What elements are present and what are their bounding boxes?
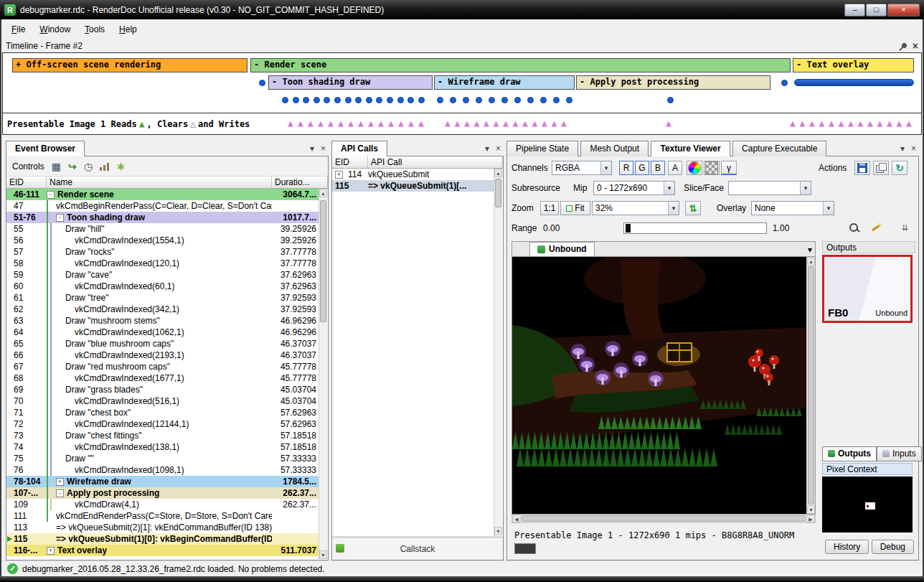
usage-marker-icon[interactable]: ▲: [445, 118, 451, 128]
column-eid[interactable]: EID: [332, 156, 368, 169]
event-row[interactable]: 76vkCmdDrawIndexed(1098,1)57.33333: [6, 464, 319, 476]
event-dot[interactable]: [376, 97, 382, 103]
usage-marker-icon[interactable]: ▲: [532, 118, 538, 128]
usage-marker-icon[interactable]: ▲: [484, 118, 489, 128]
zoom-1-1-button[interactable]: 1:1: [540, 201, 559, 215]
event-row[interactable]: 70vkCmdDrawIndexed(516,1)45.03704: [6, 395, 319, 407]
event-dot[interactable]: [293, 97, 299, 103]
event-dot[interactable]: [781, 80, 788, 86]
scroll-right-icon[interactable]: ▶: [806, 515, 815, 522]
panel-dropdown-icon[interactable]: ▾: [310, 144, 314, 154]
event-row[interactable]: 73Draw "chest fittings"57.18518: [6, 430, 319, 441]
event-row[interactable]: 46-111-Render scene3064.7...: [6, 189, 319, 200]
tab-outputs[interactable]: Outputs: [822, 446, 877, 461]
usage-marker-icon[interactable]: ▲: [858, 118, 864, 128]
maximize-button[interactable]: □: [866, 4, 887, 17]
scroll-up-icon[interactable]: ▲: [494, 169, 502, 177]
usage-marker-icon[interactable]: ▲: [378, 118, 384, 128]
usage-marker-icon[interactable]: ▲: [464, 118, 470, 128]
usage-marker-icon[interactable]: ▲: [848, 118, 854, 128]
event-dot[interactable]: [489, 97, 495, 103]
autofit-range-button[interactable]: [870, 222, 882, 236]
pixel-context-view[interactable]: [822, 477, 913, 532]
event-dot[interactable]: [314, 97, 320, 103]
usage-marker-icon[interactable]: ▲: [867, 118, 873, 128]
open-texture-button[interactable]: [873, 161, 889, 175]
panel-close-icon[interactable]: ×: [496, 144, 501, 154]
event-browser-scrollbar[interactable]: ▲ ▼: [319, 189, 327, 559]
slice-face-select[interactable]: ▾: [728, 181, 811, 195]
close-button[interactable]: ×: [887, 4, 920, 17]
api-call-row[interactable]: +114vkQueueSubmit: [332, 169, 494, 180]
usage-marker-icon[interactable]: ▲: [358, 118, 364, 128]
texture-list-dropdown-icon[interactable]: ▾: [808, 245, 812, 255]
expander-icon[interactable]: -: [56, 214, 64, 222]
expander-icon[interactable]: -: [47, 191, 55, 199]
event-row[interactable]: 58vkCmdDrawIndexed(120,1)37.77778: [6, 258, 319, 269]
event-dot-cluster[interactable]: [794, 79, 914, 86]
event-dot[interactable]: [407, 97, 414, 103]
expander-icon[interactable]: +: [56, 478, 64, 486]
usage-marker-icon[interactable]: ▲: [897, 118, 902, 128]
timeline-grid-icon[interactable]: ▦: [52, 161, 61, 172]
usage-marker-icon[interactable]: ▲: [829, 118, 834, 128]
api-calls-scrollbar[interactable]: ▲ ▼: [494, 169, 502, 535]
menu-window[interactable]: Window: [32, 22, 77, 37]
usage-marker-icon[interactable]: ▲: [348, 118, 354, 128]
usage-marker-icon[interactable]: ▲: [906, 118, 912, 128]
usage-marker-icon[interactable]: ▲: [800, 118, 806, 128]
event-row[interactable]: 66vkCmdDrawIndexed(2193,1)46.37037: [6, 349, 319, 361]
event-dot[interactable]: [345, 97, 352, 103]
event-dot[interactable]: [476, 97, 482, 103]
channels-select[interactable]: RGBA▾: [552, 161, 612, 175]
scroll-down-icon[interactable]: ▼: [319, 550, 327, 559]
event-row[interactable]: 55Draw "hill"39.25926: [6, 223, 319, 235]
range-black-point-handle[interactable]: [626, 224, 631, 233]
usage-marker-icon[interactable]: ▲: [887, 118, 892, 128]
channel-b-button[interactable]: B: [651, 161, 665, 175]
usage-marker-icon[interactable]: ▲: [408, 118, 414, 128]
tab-capture-executable[interactable]: Capture Executable: [732, 141, 826, 156]
toolbar-overflow-icon[interactable]: ⇊: [902, 223, 908, 233]
timeline-track[interactable]: + Off-screen scene rendering- Render sce…: [2, 52, 922, 113]
event-row[interactable]: 72vkCmdDrawIndexed(12144,1)57.62963: [6, 418, 319, 430]
expander-icon[interactable]: +: [335, 171, 343, 179]
overlay-select[interactable]: None▾: [751, 201, 834, 215]
scroll-up-icon[interactable]: ▲: [319, 189, 327, 197]
column-name[interactable]: Name: [47, 177, 272, 189]
gamma-button[interactable]: γ: [721, 161, 737, 175]
event-row[interactable]: 47vkCmdBeginRenderPass(C=Clear, D=Clear,…: [6, 200, 319, 212]
event-row[interactable]: 51-76-Toon shading draw1017.7...: [6, 212, 319, 223]
event-row[interactable]: 64vkCmdDrawIndexed(1062,1)46.96296: [6, 327, 319, 338]
usage-marker-icon[interactable]: ▲: [398, 118, 404, 128]
save-texture-button[interactable]: [854, 161, 870, 175]
event-dot[interactable]: [334, 97, 341, 103]
zoom-fit-button[interactable]: Fit: [560, 201, 590, 215]
usage-marker-icon[interactable]: ▲: [308, 118, 314, 128]
event-row[interactable]: 75Draw ""57.33333: [6, 453, 319, 464]
panel-close-icon[interactable]: ×: [321, 144, 326, 154]
timeline-marker-bar[interactable]: + Off-screen scene rendering: [12, 58, 248, 72]
event-row[interactable]: 65Draw "blue mushroom caps"46.37037: [6, 338, 319, 349]
event-dot[interactable]: [366, 97, 372, 103]
tab-inputs[interactable]: Inputs: [877, 446, 922, 461]
usage-marker-icon[interactable]: ▲: [388, 118, 394, 128]
minimize-button[interactable]: –: [844, 4, 865, 17]
range-slider[interactable]: [623, 222, 767, 234]
event-dot[interactable]: [566, 97, 572, 103]
usage-marker-icon[interactable]: ▲: [455, 118, 461, 128]
tab-event-browser[interactable]: Event Browser: [6, 141, 85, 156]
panel-close-icon[interactable]: ×: [911, 144, 916, 154]
scroll-thumb[interactable]: [320, 200, 326, 322]
zoom-select[interactable]: 32%▾: [592, 201, 679, 215]
event-row[interactable]: 116-...+Text overlay511.7037: [6, 545, 319, 556]
timeline-marker-bar[interactable]: - Apply post processing: [576, 75, 770, 90]
event-dot[interactable]: [501, 97, 508, 103]
event-row[interactable]: 61Draw "tree"37.92593: [6, 292, 319, 304]
usage-marker-icon[interactable]: ▲: [839, 118, 844, 128]
event-row[interactable]: 111vkCmdEndRenderPass(C=Store, D=Store, …: [6, 510, 319, 522]
channel-r-button[interactable]: R: [619, 161, 633, 175]
range-min-value[interactable]: 0.00: [543, 223, 560, 233]
usage-marker-icon[interactable]: ▲: [503, 118, 509, 128]
timeline-marker-bar[interactable]: - Text overlay: [793, 58, 914, 72]
